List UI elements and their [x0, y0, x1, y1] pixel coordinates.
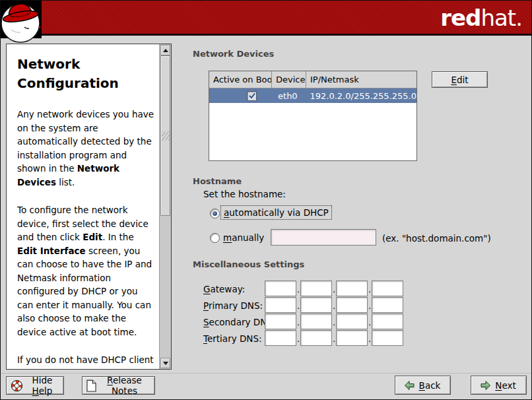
scrollbar-grip-icon [162, 131, 170, 141]
scroll-up-button[interactable] [160, 45, 170, 55]
ip-octet-input[interactable] [265, 281, 296, 296]
back-label: Back [417, 380, 442, 391]
back-button[interactable]: Back [395, 376, 451, 395]
ip-octet-input[interactable] [300, 297, 332, 313]
ip-octet-input[interactable] [265, 330, 296, 346]
help-title: Network Configuration [17, 55, 155, 93]
ip-octet-input[interactable] [336, 297, 368, 313]
network-devices-table: Active on Boot Device IP/Netmask eth0 19… [209, 71, 417, 161]
column-header-ip-netmask: IP/Netmask [306, 71, 416, 88]
misc-settings-section-label: Miscellaneous Settings [193, 259, 304, 269]
hostname-hint: (ex. "host.domain.com") [382, 233, 491, 244]
wordmark-light: hat. [481, 5, 522, 31]
help-paragraph: Any network devices you have on the syst… [17, 108, 155, 189]
down-arrow-icon [163, 362, 168, 365]
secondary-dns-octets: ... [265, 314, 403, 329]
help-scrollbar[interactable] [159, 44, 171, 369]
ip-octet-input[interactable] [265, 297, 296, 313]
help-paragraph: If you do not have DHCP client access or… [17, 353, 155, 369]
tertiary-dns-octets: ... [265, 330, 403, 346]
help-paragraph: To configure the network device, first s… [17, 203, 155, 339]
wordmark-bold: red [440, 5, 481, 31]
table-header-row: Active on Boot Device IP/Netmask [209, 71, 416, 88]
column-header-active-on-boot: Active on Boot [209, 71, 272, 88]
hide-help-label: Hide Help [25, 375, 59, 396]
primary-dns-octets: ... [265, 297, 403, 313]
ip-octet-input[interactable] [372, 330, 403, 346]
next-button[interactable]: Next [471, 376, 527, 395]
ip-octet-input[interactable] [265, 314, 296, 329]
ip-octet-input[interactable] [372, 297, 403, 313]
redhat-shadowman-logo-icon [1, 1, 43, 48]
dhcp-radio[interactable] [210, 209, 220, 218]
table-row[interactable]: eth0 192.0.2.0/255.255.255.0 [209, 88, 416, 103]
document-icon [86, 380, 96, 392]
hide-help-button[interactable]: Hide Help [6, 376, 64, 395]
network-devices-section-label: Network Devices [193, 49, 274, 59]
ip-octet-input[interactable] [372, 314, 403, 329]
manual-radio-label[interactable]: manually [220, 231, 267, 244]
checkmark-icon [249, 92, 255, 99]
dhcp-radio-label[interactable]: automatically via DHCP [220, 205, 332, 220]
ip-octet-input[interactable] [300, 281, 332, 296]
scrollbar-thumb[interactable] [160, 55, 170, 216]
gateway-octets: ... [265, 281, 403, 296]
release-notes-button[interactable]: Release Notes [82, 376, 155, 395]
ip-octet-input[interactable] [300, 330, 332, 346]
active-on-boot-checkbox[interactable] [247, 91, 257, 101]
device-name-cell: eth0 [271, 91, 305, 101]
next-label: Next [493, 380, 518, 391]
redhat-wordmark: redhat. [440, 3, 522, 32]
up-arrow-icon [163, 49, 168, 52]
hostname-input[interactable] [271, 229, 376, 246]
help-panel: Network Configuration Any network device… [6, 44, 172, 370]
ip-octet-input[interactable] [336, 281, 368, 296]
manual-radio[interactable] [210, 233, 220, 243]
column-header-device: Device [272, 71, 306, 88]
primary-dns-label: Primary DNS: [203, 300, 263, 311]
set-hostname-prompt: Set the hostname: [203, 189, 286, 199]
footer-separator [1, 373, 531, 374]
gateway-label: Gateway: [203, 284, 245, 294]
tertiary-dns-label: Tertiary DNS: [203, 333, 262, 344]
edit-button[interactable]: Edit [432, 71, 488, 88]
hostname-section-label: Hostname [193, 176, 242, 186]
help-paragraphs: Any network devices you have on the syst… [17, 108, 155, 369]
ip-octet-input[interactable] [372, 281, 403, 296]
next-arrow-icon [480, 380, 491, 391]
installer-window: redhat. Network Configuration Any networ… [0, 0, 532, 400]
ip-octet-input[interactable] [336, 330, 368, 346]
back-arrow-icon [404, 380, 415, 391]
ip-netmask-cell: 192.0.2.0/255.255.255.0 [305, 91, 416, 101]
banner: redhat. [1, 1, 531, 36]
ip-octet-input[interactable] [336, 314, 368, 329]
scroll-down-button[interactable] [160, 358, 170, 368]
ip-octet-input[interactable] [300, 314, 332, 329]
help-content: Network Configuration Any network device… [7, 44, 159, 369]
release-notes-label: Release Notes [98, 375, 150, 396]
life-ring-icon [11, 380, 23, 392]
